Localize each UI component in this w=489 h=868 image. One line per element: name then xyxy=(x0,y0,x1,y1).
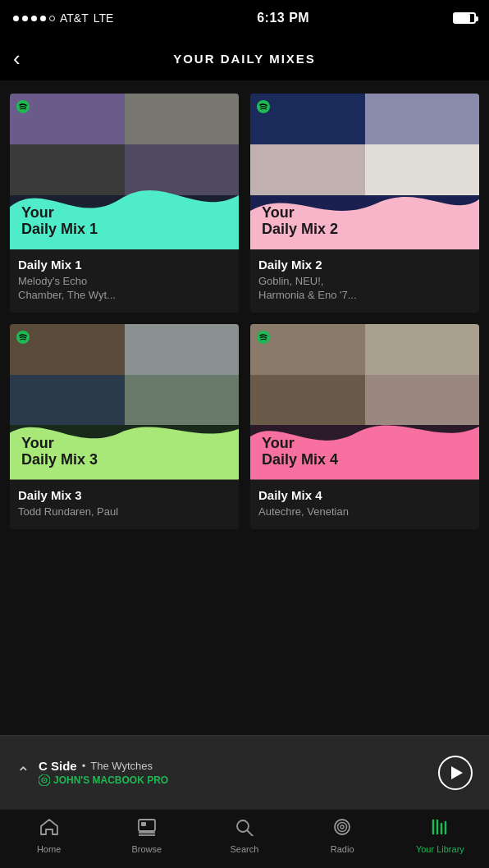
status-left: AT&T LTE xyxy=(13,11,113,25)
signal-dot-5 xyxy=(49,16,55,21)
mix1-artists: Melody's EchoChamber, The Wyt... xyxy=(18,275,231,303)
np-device-info: JOHN'S MACBOOK PRO xyxy=(39,774,168,786)
battery-fill xyxy=(455,14,470,22)
status-time: 6:13 PM xyxy=(257,11,309,25)
nav-label-search: Search xyxy=(231,844,259,854)
mix4-info: Daily Mix 4 Autechre, Venetian xyxy=(250,480,479,529)
mix1-your: Your xyxy=(21,205,98,222)
mix4-daily-mix: Daily Mix 4 xyxy=(262,452,338,468)
np-expand-button[interactable]: ⌃ xyxy=(16,763,30,783)
now-playing-inner: ⌃ C Side • The Wytches JOHN'S MACBOOK PR… xyxy=(0,756,489,790)
mix-artwork-1: Your Daily Mix 1 xyxy=(10,94,239,249)
nav-item-library[interactable]: Your Library xyxy=(415,818,464,854)
mix2-info: Daily Mix 2 Goblin, NEU!,Harmonia & Eno … xyxy=(250,249,479,313)
spotify-icon-4 xyxy=(257,331,270,346)
mix-artwork-3: Your Daily Mix 3 xyxy=(10,324,239,480)
mixes-grid: Your Daily Mix 1 Daily Mix 1 Melody's Ec… xyxy=(10,94,479,529)
mix4-your: Your xyxy=(262,436,338,452)
nav-label-radio: Radio xyxy=(331,844,354,854)
back-button[interactable]: ‹ xyxy=(13,46,21,71)
radio-icon xyxy=(332,818,352,841)
nav-item-browse[interactable]: Browse xyxy=(122,818,171,854)
signal-dot-2 xyxy=(22,16,28,21)
carrier-text: AT&T xyxy=(60,11,89,25)
mix2-daily-mix: Daily Mix 2 xyxy=(262,222,338,238)
mix3-daily-mix: Daily Mix 3 xyxy=(21,452,98,468)
svg-point-14 xyxy=(338,823,347,832)
mix4-label: Your Daily Mix 4 xyxy=(262,436,338,468)
library-icon xyxy=(430,818,450,841)
mix2-title: Daily Mix 2 xyxy=(258,258,471,272)
speaker-icon xyxy=(39,774,50,786)
mix2-label: Your Daily Mix 2 xyxy=(262,205,338,238)
mix2-your: Your xyxy=(262,205,338,222)
svg-line-12 xyxy=(247,831,253,837)
page-title: YOUR DAILY MIXES xyxy=(173,52,316,66)
mix3-your: Your xyxy=(21,436,98,452)
signal-dot-3 xyxy=(31,16,37,21)
status-bar: AT&T LTE 6:13 PM xyxy=(0,0,489,36)
play-triangle-icon xyxy=(451,766,463,779)
mix-card-4[interactable]: Your Daily Mix 4 Daily Mix 4 Autechre, V… xyxy=(250,324,479,529)
svg-rect-8 xyxy=(141,822,146,826)
svg-point-13 xyxy=(335,820,350,834)
svg-point-15 xyxy=(340,825,344,829)
mix-card-1[interactable]: Your Daily Mix 1 Daily Mix 1 Melody's Ec… xyxy=(10,94,239,313)
mix1-label: Your Daily Mix 1 xyxy=(21,205,98,238)
nav-item-radio[interactable]: Radio xyxy=(318,818,367,854)
np-left: ⌃ C Side • The Wytches JOHN'S MACBOOK PR… xyxy=(16,759,168,786)
mix1-info: Daily Mix 1 Melody's EchoChamber, The Wy… xyxy=(10,249,239,313)
mix2-cell2 xyxy=(365,94,480,144)
nav-item-home[interactable]: Home xyxy=(25,818,74,854)
mix3-title: Daily Mix 3 xyxy=(18,488,231,502)
svg-point-6 xyxy=(43,779,45,781)
np-play-button[interactable] xyxy=(438,756,473,790)
mix2-artists: Goblin, NEU!,Harmonia & Eno '7... xyxy=(258,275,471,303)
browse-icon xyxy=(137,818,157,841)
mix1-title: Daily Mix 1 xyxy=(18,258,231,272)
search-icon xyxy=(235,818,254,841)
mix-artwork-4: Your Daily Mix 4 xyxy=(250,324,479,480)
spotify-icon-2 xyxy=(257,100,270,116)
signal-dot-1 xyxy=(13,16,19,21)
mix1-daily-mix: Daily Mix 1 xyxy=(21,222,98,238)
spotify-icon-3 xyxy=(16,331,30,346)
nav-label-browse: Browse xyxy=(131,844,162,854)
mix4-artists: Autechre, Venetian xyxy=(258,505,471,519)
mix3-label: Your Daily Mix 3 xyxy=(21,436,98,468)
home-icon xyxy=(39,818,59,841)
signal-strength xyxy=(13,16,55,21)
nav-label-home: Home xyxy=(37,844,61,854)
nav-label-library: Your Library xyxy=(416,844,464,854)
mix1-cell2 xyxy=(125,94,240,144)
network-text: LTE xyxy=(94,11,114,25)
mix-card-2[interactable]: Your Daily Mix 2 Daily Mix 2 Goblin, NEU… xyxy=(250,94,479,313)
bottom-navigation: Home Browse Search Radio Your Library xyxy=(0,809,489,868)
battery-indicator xyxy=(453,12,476,24)
mix-artwork-2: Your Daily Mix 2 xyxy=(250,94,479,249)
now-playing-bar[interactable]: ⌃ C Side • The Wytches JOHN'S MACBOOK PR… xyxy=(0,735,489,809)
mix3-artists: Todd Rundaren, Paul xyxy=(18,505,231,519)
content-area: Your Daily Mix 1 Daily Mix 1 Melody's Ec… xyxy=(0,80,489,735)
spotify-icon-1 xyxy=(16,100,30,116)
mix3-info: Daily Mix 3 Todd Rundaren, Paul xyxy=(10,480,239,529)
np-separator: • xyxy=(82,760,86,772)
np-track-info: C Side • The Wytches JOHN'S MACBOOK PRO xyxy=(39,759,168,786)
np-song-title: C Side xyxy=(39,759,77,773)
header: ‹ YOUR DAILY MIXES xyxy=(0,36,489,80)
np-device-name: JOHN'S MACBOOK PRO xyxy=(53,774,168,786)
mix4-title: Daily Mix 4 xyxy=(258,488,471,502)
mix-card-3[interactable]: Your Daily Mix 3 Daily Mix 3 Todd Rundar… xyxy=(10,324,239,529)
mix4-cell2 xyxy=(365,324,480,375)
nav-item-search[interactable]: Search xyxy=(220,818,269,854)
np-title-row: C Side • The Wytches xyxy=(39,759,168,773)
mix3-cell2 xyxy=(125,324,240,375)
signal-dot-4 xyxy=(40,16,46,21)
np-artist-name: The Wytches xyxy=(90,760,153,772)
